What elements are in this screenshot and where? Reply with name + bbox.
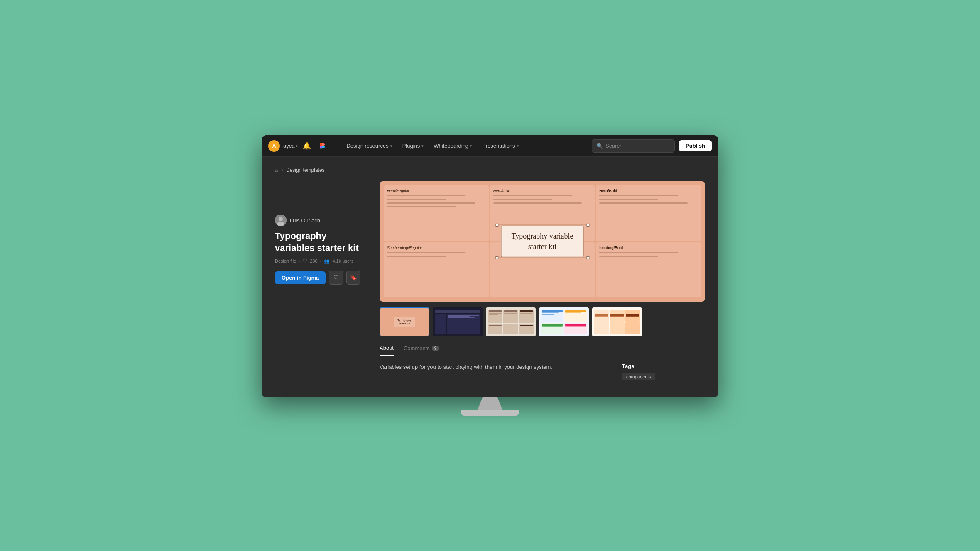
tab-comments-label: Comments [404, 345, 430, 351]
nav-whiteboarding[interactable]: Whiteboarding ▾ [429, 140, 477, 151]
thumbnail-4[interactable] [592, 307, 642, 336]
nav-whiteboarding-chevron-icon: ▾ [470, 144, 472, 148]
main-content: ⌂ > Design templates [262, 157, 718, 397]
users-count: 4.1k users [332, 258, 353, 263]
content-layout: Luis Ouriach Typography variables starte… [275, 181, 705, 380]
typo-cell-sub-regular: Sub heading/Regular [384, 242, 489, 298]
action-buttons: Open in Figma ♡ 🔖 [275, 271, 366, 285]
thumb-4-inner [593, 308, 641, 336]
breadcrumb: ⌂ > Design templates [275, 167, 705, 173]
search-icon: 🔍 [596, 143, 603, 149]
tabs-row: About Comments 9 [380, 345, 705, 356]
likes-count: 280 [310, 258, 317, 263]
right-panel: Hero/Regular Hero/Italic [380, 181, 705, 380]
thumb-3-inner [540, 308, 588, 336]
nav-presentations[interactable]: Presentations ▾ [477, 140, 524, 151]
like-button[interactable]: ♡ [329, 271, 343, 285]
username-chevron-icon: ▾ [296, 144, 298, 148]
thumb-0-inner: Typographystarter kit [380, 308, 429, 336]
thumb-1-inner [434, 308, 482, 336]
thumbnail-1[interactable] [433, 307, 483, 336]
avatar[interactable]: A [268, 140, 280, 152]
resource-meta: Design file • ♡ 280 • 👥 4.1k users [275, 258, 366, 264]
author-name: Luis Ouriach [290, 217, 320, 224]
overlay-text-line1: Typography variable [511, 232, 573, 240]
author-avatar [275, 215, 287, 226]
nav-plugins[interactable]: Plugins ▾ [397, 140, 429, 151]
tags-title: Tags [622, 363, 705, 369]
stand-neck [478, 397, 502, 410]
nav-plugins-chevron-icon: ▾ [421, 144, 424, 148]
comments-badge: 9 [432, 346, 439, 351]
description-text: Variables set up for you to start playin… [380, 363, 609, 372]
author-avatar-image [275, 215, 287, 226]
svg-point-3 [279, 217, 283, 221]
hero-bold-label: Hero/Bold [599, 189, 698, 193]
nav-plugins-label: Plugins [402, 143, 420, 149]
nav-presentations-chevron-icon: ▾ [517, 144, 519, 148]
main-image: Hero/Regular Hero/Italic [380, 181, 705, 302]
stand-base [461, 410, 519, 416]
author-row: Luis Ouriach [275, 215, 366, 226]
tag-components[interactable]: components [622, 373, 655, 380]
nav-divider [336, 141, 336, 151]
people-icon: 👥 [324, 258, 330, 264]
left-panel: Luis Ouriach Typography variables starte… [275, 181, 366, 380]
tab-about[interactable]: About [380, 345, 394, 356]
username-text: ayca [283, 143, 294, 149]
open-figma-button[interactable]: Open in Figma [275, 271, 326, 284]
nav-presentations-label: Presentations [482, 143, 515, 149]
thumbnail-0[interactable]: Typographystarter kit [380, 307, 429, 336]
monitor-screen: A ayca ▾ 🔔 Design resources ▾ [262, 135, 718, 397]
search-box[interactable]: 🔍 [592, 139, 675, 153]
tags-section: Tags components [622, 363, 705, 380]
breadcrumb-separator: > [281, 167, 284, 173]
typo-cell-heading-bold: heading/Bold [596, 242, 701, 298]
bookmark-icon: 🔖 [350, 274, 357, 281]
monitor-wrapper: A ayca ▾ 🔔 Design resources ▾ [262, 135, 718, 416]
heart-button-icon: ♡ [333, 274, 339, 281]
thumbnails-row: Typographystarter kit [380, 307, 705, 336]
typo-cell-hero-bold: Hero/Bold [596, 185, 701, 241]
figma-logo-icon [316, 140, 328, 152]
overlay-text-line2: starter kit [528, 242, 556, 251]
typo-cell-hero-regular: Hero/Regular [384, 185, 489, 241]
heading-bold-label: heading/Bold [599, 246, 698, 250]
bottom-section: Variables set up for you to start playin… [380, 363, 705, 380]
tab-about-label: About [380, 345, 394, 351]
hero-regular-label: Hero/Regular [387, 189, 485, 193]
username-display[interactable]: ayca ▾ [283, 143, 298, 149]
overlay-text: Typography variable starter kit [511, 231, 573, 252]
resource-type: Design file [275, 258, 296, 263]
thumbnail-3[interactable] [539, 307, 589, 336]
search-input[interactable] [605, 143, 670, 149]
heart-icon: ♡ [303, 258, 307, 264]
bell-icon[interactable]: 🔔 [303, 142, 311, 150]
nav-design-resources[interactable]: Design resources ▾ [341, 140, 397, 151]
navbar: A ayca ▾ 🔔 Design resources ▾ [262, 135, 718, 157]
resource-title: Typography variables starter kit [275, 230, 366, 254]
tab-comments[interactable]: Comments 9 [404, 345, 439, 356]
hero-italic-label: Hero/Italic [493, 189, 592, 193]
thumbnail-2[interactable] [486, 307, 536, 336]
overlay-label: Typography variable starter kit [501, 226, 583, 257]
nav-right: 🔍 Publish [592, 139, 712, 153]
sub-regular-label: Sub heading/Regular [387, 246, 485, 250]
description-section: Variables set up for you to start playin… [380, 363, 609, 380]
thumb-2-inner [487, 308, 535, 336]
nav-whiteboarding-label: Whiteboarding [434, 143, 468, 149]
nav-links: Design resources ▾ Plugins ▾ Whiteboardi… [341, 140, 588, 151]
nav-design-resources-chevron-icon: ▾ [390, 144, 392, 148]
monitor-stand [262, 397, 718, 416]
home-icon[interactable]: ⌂ [275, 167, 278, 173]
publish-button[interactable]: Publish [679, 140, 712, 151]
bookmark-button[interactable]: 🔖 [346, 271, 360, 285]
breadcrumb-current: Design templates [286, 167, 325, 173]
nav-design-resources-label: Design resources [346, 143, 388, 149]
main-image-inner: Hero/Regular Hero/Italic [380, 181, 705, 302]
svg-point-1 [322, 146, 325, 148]
